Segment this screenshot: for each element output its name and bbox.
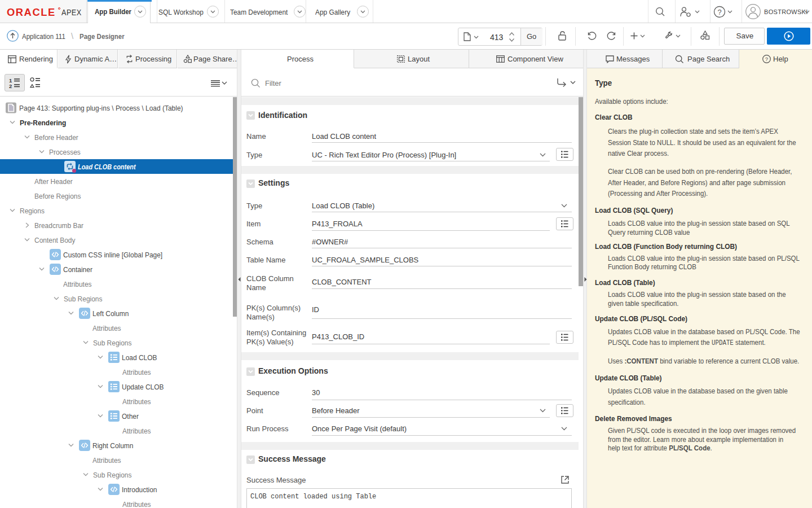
svg-text:?: ? bbox=[717, 8, 721, 16]
svg-text:?: ? bbox=[765, 56, 768, 62]
svg-text:2: 2 bbox=[9, 83, 12, 89]
